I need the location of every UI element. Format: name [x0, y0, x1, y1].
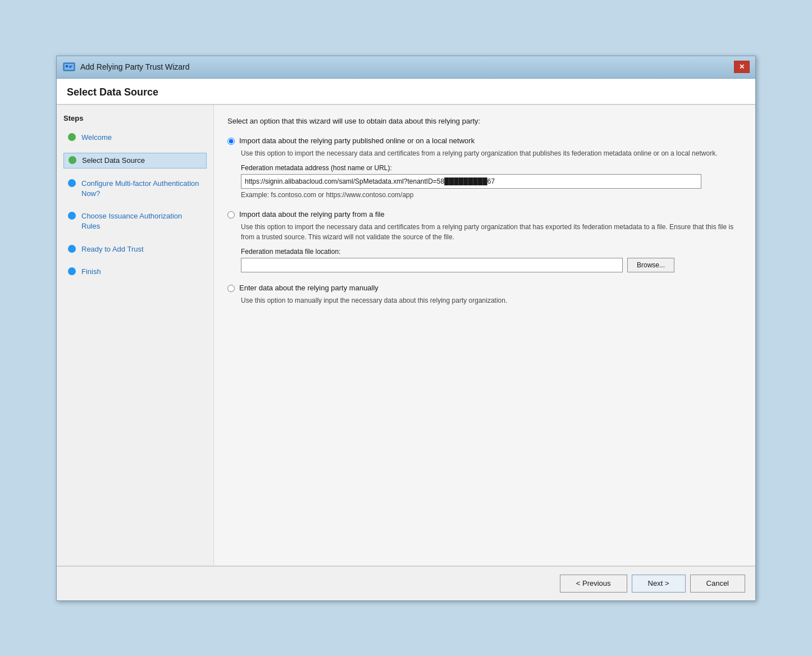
sidebar-item-configure-mfa[interactable]: Configure Multi-factor Authentication No…: [63, 176, 207, 201]
app-icon: [62, 60, 76, 74]
browse-button[interactable]: Browse...: [627, 258, 674, 272]
previous-button[interactable]: < Previous: [560, 575, 627, 593]
main-panel: Select an option that this wizard will u…: [214, 105, 755, 566]
next-button[interactable]: Next >: [632, 575, 686, 593]
footer: < Previous Next > Cancel: [57, 566, 755, 600]
step-label-welcome: Welcome: [81, 133, 112, 143]
steps-heading: Steps: [63, 114, 207, 122]
option1-field-label: Federation metadata address (host name o…: [241, 164, 742, 172]
option1-description: Use this option to import the necessary …: [241, 148, 742, 158]
option3-section: Enter data about the relying party manua…: [227, 284, 742, 306]
page-title: Select Data Source: [67, 86, 745, 98]
step-label-finish: Finish: [81, 267, 101, 277]
svg-rect-3: [69, 66, 72, 67]
sidebar: Steps Welcome Select Data Source Configu…: [57, 105, 214, 566]
sidebar-item-select-data-source[interactable]: Select Data Source: [63, 153, 207, 168]
sidebar-item-ready-to-add[interactable]: Ready to Add Trust: [63, 242, 207, 257]
close-button[interactable]: ✕: [734, 61, 750, 73]
option3-description: Use this option to manually input the ne…: [241, 295, 742, 306]
option2-section: Import data about the relying party from…: [227, 210, 742, 272]
sidebar-item-issuance-rules[interactable]: Choose Issuance Authorization Rules: [63, 209, 207, 234]
option1-field-section: Federation metadata address (host name o…: [241, 164, 742, 199]
title-bar: Add Relying Party Trust Wizard ✕: [57, 56, 755, 79]
option2-radio[interactable]: [227, 211, 235, 218]
option1-field-example: Example: fs.contoso.com or https://www.c…: [241, 191, 742, 199]
step-label-ready-to-add: Ready to Add Trust: [81, 244, 144, 254]
cancel-button[interactable]: Cancel: [690, 575, 745, 593]
option1-row: Import data about the relying party publ…: [227, 136, 742, 145]
federation-metadata-file-input[interactable]: [241, 258, 623, 272]
step-dot-ready-to-add: [68, 245, 76, 253]
option2-row: Import data about the relying party from…: [227, 210, 742, 218]
instruction-text: Select an option that this wizard will u…: [227, 116, 742, 126]
svg-rect-2: [66, 65, 68, 67]
step-dot-select-data-source: [69, 156, 76, 164]
step-label-select-data-source: Select Data Source: [82, 156, 145, 166]
option2-description: Use this option to import the necessary …: [241, 222, 742, 242]
title-bar-left: Add Relying Party Trust Wizard: [62, 60, 190, 74]
step-dot-finish: [68, 267, 76, 275]
svg-rect-4: [69, 67, 71, 68]
option3-label: Enter data about the relying party manua…: [239, 284, 378, 292]
option3-radio[interactable]: [227, 285, 235, 292]
option1-label: Import data about the relying party publ…: [239, 136, 475, 145]
option2-field-section: Federation metadata file location: Brows…: [241, 248, 742, 272]
step-label-configure-mfa: Configure Multi-factor Authentication No…: [81, 179, 202, 199]
sidebar-item-welcome[interactable]: Welcome: [63, 130, 207, 145]
option2-field-label: Federation metadata file location:: [241, 248, 742, 256]
wizard-window: Add Relying Party Trust Wizard ✕ Select …: [56, 56, 756, 601]
step-dot-issuance-rules: [68, 212, 76, 220]
option1-radio[interactable]: [227, 138, 235, 145]
content-area: Steps Welcome Select Data Source Configu…: [57, 105, 755, 566]
option2-label: Import data about the relying party from…: [239, 210, 385, 218]
option1-section: Import data about the relying party publ…: [227, 136, 742, 199]
page-header: Select Data Source: [57, 79, 755, 105]
window-title: Add Relying Party Trust Wizard: [80, 62, 190, 71]
step-dot-welcome: [68, 133, 76, 141]
option3-row: Enter data about the relying party manua…: [227, 284, 742, 292]
file-input-row: Browse...: [241, 258, 742, 272]
sidebar-item-finish[interactable]: Finish: [63, 265, 207, 279]
federation-metadata-url-input[interactable]: [241, 174, 701, 189]
step-label-issuance-rules: Choose Issuance Authorization Rules: [81, 211, 202, 231]
step-dot-configure-mfa: [68, 179, 76, 187]
